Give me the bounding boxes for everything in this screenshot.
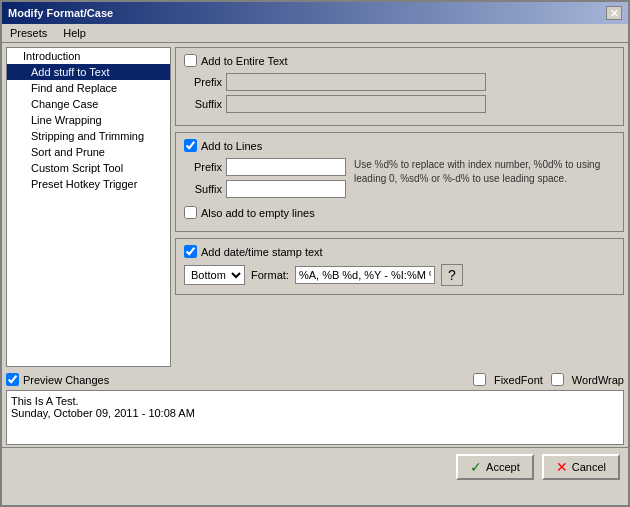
cancel-icon: ✕ (556, 459, 568, 475)
lines-info-text: Use %d% to replace with index number, %0… (354, 158, 615, 202)
datetime-help-button[interactable]: ? (441, 264, 463, 286)
sidebar: Introduction Add stuff to Text Find and … (6, 47, 171, 367)
menu-help[interactable]: Help (59, 26, 90, 40)
word-wrap-label: WordWrap (572, 374, 624, 386)
main-panel: Add to Entire Text Prefix Suffix Add to … (175, 47, 624, 367)
sidebar-item-add-stuff[interactable]: Add stuff to Text (7, 64, 170, 80)
lines-suffix-row: Suffix (184, 180, 346, 198)
add-to-lines-header: Add to Lines (184, 139, 615, 152)
sidebar-item-custom-script[interactable]: Custom Script Tool (7, 160, 170, 176)
button-row: ✓ Accept ✕ Cancel (2, 447, 628, 486)
datetime-section: Add date/time stamp text Top Bottom Form… (175, 238, 624, 295)
preview-line-1: This Is A Test. (11, 395, 619, 407)
datetime-checkbox[interactable] (184, 245, 197, 258)
close-button[interactable]: ✕ (606, 6, 622, 20)
fixed-font-checkbox[interactable] (473, 373, 486, 386)
add-to-lines-label: Add to Lines (201, 140, 262, 152)
word-wrap-checkbox[interactable] (551, 373, 564, 386)
preview-box: This Is A Test. Sunday, October 09, 2011… (6, 390, 624, 445)
add-to-lines-checkbox[interactable] (184, 139, 197, 152)
sidebar-item-line-wrapping[interactable]: Line Wrapping (7, 112, 170, 128)
add-to-lines-section: Add to Lines Prefix Suffix Use %d% to re (175, 132, 624, 232)
window-title: Modify Format/Case (8, 7, 113, 19)
title-bar: Modify Format/Case ✕ (2, 2, 628, 24)
content-area: Introduction Add stuff to Text Find and … (2, 43, 628, 371)
lines-fields-col: Prefix Suffix (184, 158, 346, 202)
also-empty-checkbox[interactable] (184, 206, 197, 219)
accept-icon: ✓ (470, 459, 482, 475)
also-empty-label: Also add to empty lines (201, 207, 315, 219)
fixed-font-label: FixedFont (494, 374, 543, 386)
main-window: Modify Format/Case ✕ Presets Help Introd… (0, 0, 630, 507)
menu-presets[interactable]: Presets (6, 26, 51, 40)
lines-prefix-label: Prefix (184, 161, 222, 173)
add-to-entire-section: Add to Entire Text Prefix Suffix (175, 47, 624, 126)
add-to-entire-header: Add to Entire Text (184, 54, 615, 67)
entire-suffix-label: Suffix (184, 98, 222, 110)
sidebar-item-hotkey-trigger[interactable]: Preset Hotkey Trigger (7, 176, 170, 192)
datetime-format-input[interactable] (295, 266, 435, 284)
sidebar-item-change-case[interactable]: Change Case (7, 96, 170, 112)
datetime-position-select[interactable]: Top Bottom (184, 265, 245, 285)
entire-prefix-label: Prefix (184, 76, 222, 88)
preview-bar: Preview Changes FixedFont WordWrap (2, 371, 628, 388)
entire-suffix-input[interactable] (226, 95, 486, 113)
lines-suffix-label: Suffix (184, 183, 222, 195)
entire-prefix-input[interactable] (226, 73, 486, 91)
lines-prefix-input[interactable] (226, 158, 346, 176)
also-empty-row: Also add to empty lines (184, 206, 615, 219)
preview-changes-label: Preview Changes (23, 374, 109, 386)
datetime-format-label: Format: (251, 269, 289, 281)
menu-bar: Presets Help (2, 24, 628, 43)
datetime-header: Add date/time stamp text (184, 245, 615, 258)
datetime-controls-row: Top Bottom Format: ? (184, 264, 615, 286)
preview-options: FixedFont WordWrap (473, 373, 624, 386)
cancel-label: Cancel (572, 461, 606, 473)
add-to-entire-checkbox[interactable] (184, 54, 197, 67)
preview-checkbox-label: Preview Changes (6, 373, 109, 386)
add-to-entire-label: Add to Entire Text (201, 55, 288, 67)
sidebar-item-sort-prune[interactable]: Sort and Prune (7, 144, 170, 160)
preview-line-2: Sunday, October 09, 2011 - 10:08 AM (11, 407, 619, 419)
lines-fields-area: Prefix Suffix Use %d% to replace with in… (184, 158, 615, 202)
lines-prefix-row: Prefix (184, 158, 346, 176)
preview-changes-checkbox[interactable] (6, 373, 19, 386)
accept-label: Accept (486, 461, 520, 473)
sidebar-item-strip-trim[interactable]: Stripping and Trimming (7, 128, 170, 144)
datetime-label: Add date/time stamp text (201, 246, 323, 258)
lines-suffix-input[interactable] (226, 180, 346, 198)
entire-suffix-row: Suffix (184, 95, 615, 113)
sidebar-item-introduction[interactable]: Introduction (7, 48, 170, 64)
cancel-button[interactable]: ✕ Cancel (542, 454, 620, 480)
sidebar-item-find-replace[interactable]: Find and Replace (7, 80, 170, 96)
accept-button[interactable]: ✓ Accept (456, 454, 534, 480)
entire-prefix-row: Prefix (184, 73, 615, 91)
